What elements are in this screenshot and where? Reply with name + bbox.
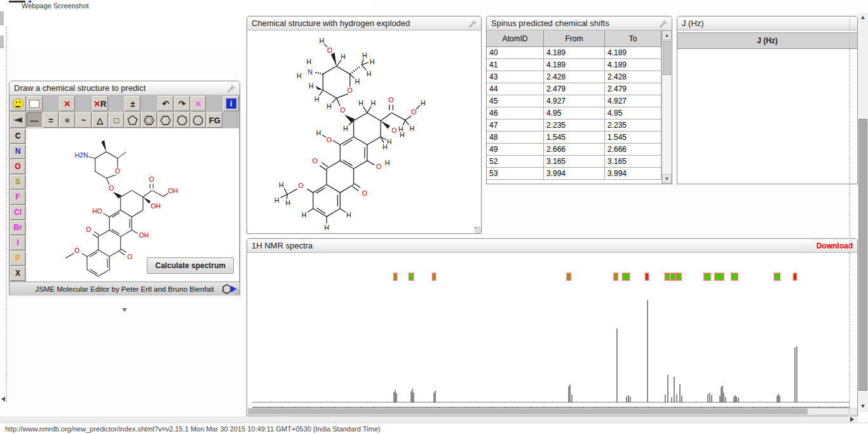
table-cell: 4.189 [605, 59, 661, 71]
collapse-left-icon[interactable] [1, 397, 5, 402]
wedge-bond-button[interactable] [10, 112, 26, 128]
delete-group-button[interactable]: ✕R [92, 96, 108, 111]
table-row[interactable]: 442.4792.479 [487, 83, 661, 95]
element-button-i[interactable]: I [10, 236, 25, 250]
table-cell: 1.545 [544, 132, 605, 143]
column-header-to[interactable]: To [605, 31, 661, 46]
single-bond-button[interactable]: — [27, 112, 43, 128]
ring-8-button[interactable] [191, 112, 207, 128]
settings-wrench-icon[interactable] [468, 19, 477, 28]
right-splitter[interactable] [849, 16, 850, 419]
spinus-panel-header: Spinus predicted chemical shifts [487, 17, 672, 31]
exploded-panel-header: Chemical structure with hydrogen explode… [247, 17, 481, 31]
info-icon: i [226, 98, 236, 109]
smiley-button[interactable] [10, 96, 26, 111]
clipped-link-sliver [29, 1, 31, 3]
left-splitter[interactable] [6, 27, 7, 402]
page-vertical-scrollbar[interactable]: ▲ ▼ [858, 13, 868, 412]
spectrum-hscrollbar[interactable] [248, 408, 857, 415]
calculate-spectrum-button[interactable]: Calculate spectrum [147, 257, 234, 274]
svg-text:H: H [355, 78, 360, 85]
element-button-c[interactable]: C [10, 129, 25, 144]
delete-button[interactable]: ✕ [59, 96, 75, 111]
charge-button[interactable]: ± [125, 96, 140, 111]
ring-7-icon [176, 114, 188, 126]
svg-text:O: O [298, 182, 303, 189]
table-row[interactable]: 464.954.95 [487, 107, 661, 119]
shifts-table-scrollbar[interactable]: ▲ ▼ [661, 31, 672, 184]
element-button-x[interactable]: X [10, 266, 25, 281]
svg-text:O: O [127, 254, 132, 261]
scrollbar-fragment [0, 36, 4, 48]
svg-text:H: H [319, 37, 324, 44]
toolbar-spacer [207, 96, 222, 111]
shifts-table-header: AtomIDFromTo [487, 31, 661, 47]
settings-wrench-icon[interactable] [226, 84, 235, 93]
jsme-canvas[interactable]: OOH2NOOHOHHOOHOOO Calculate spectrum [26, 128, 239, 281]
column-header-atomid[interactable]: AtomID [487, 31, 544, 46]
ring-benzene-button[interactable] [141, 112, 157, 128]
ring-3-icon: △ [97, 116, 103, 125]
table-row[interactable]: 472.2352.235 [487, 119, 661, 132]
scrollbar-thumb[interactable] [663, 41, 671, 75]
scroll-up-icon[interactable]: ▲ [662, 31, 672, 40]
table-row[interactable]: 432.4282.428 [487, 71, 661, 83]
resize-grip[interactable] [233, 289, 240, 295]
delete-icon: ✕ [64, 99, 71, 109]
page-horizontal-scrollbar[interactable] [0, 416, 858, 423]
element-button-n[interactable]: N [10, 144, 25, 159]
resize-grip[interactable] [475, 227, 481, 233]
scroll-right-icon[interactable] [850, 417, 854, 422]
ring-8-icon [192, 114, 204, 126]
info-button[interactable]: i [223, 96, 239, 111]
element-button-o[interactable]: O [10, 159, 25, 174]
settings-wrench-icon[interactable] [658, 19, 667, 28]
clear-canvas-button[interactable] [27, 96, 43, 111]
table-row[interactable]: 533.9943.994 [487, 168, 661, 180]
toolbar-spacer [43, 96, 59, 111]
table-row[interactable]: 414.1894.189 [487, 59, 661, 71]
scrollbar-thumb[interactable] [858, 119, 867, 391]
ring-4-button[interactable]: □ [109, 112, 125, 128]
ring-7-button[interactable] [174, 112, 190, 128]
table-row[interactable]: 454.9274.927 [487, 95, 661, 107]
scrollbar-thumb[interactable] [248, 409, 808, 414]
delete-hydrogens-button[interactable]: ✕ [191, 96, 207, 111]
double-bond-button[interactable]: = [43, 112, 59, 128]
collapse-down-icon[interactable] [122, 308, 127, 312]
jsme-toolbar: ✕✕R±↶↷✕i —=≡~△□FG [10, 95, 240, 128]
ring-5-button[interactable] [125, 112, 140, 128]
nmr-spectrum-plot [247, 253, 856, 408]
table-cell: 4.189 [544, 47, 605, 58]
element-button-s[interactable]: S [10, 175, 25, 189]
element-button-p[interactable]: P [10, 251, 25, 266]
table-cell: 2.235 [605, 119, 661, 131]
scroll-down-icon[interactable]: ▼ [858, 402, 868, 412]
download-link[interactable]: Download [817, 241, 853, 250]
toolbar-spacer [76, 96, 92, 111]
table-row[interactable]: 523.1653.165 [487, 156, 661, 168]
chain-button[interactable]: ~ [76, 112, 92, 128]
element-button-f[interactable]: F [10, 190, 25, 205]
column-header-from[interactable]: From [544, 31, 605, 46]
element-button-cl[interactable]: Cl [10, 205, 25, 220]
table-cell: 46 [487, 107, 544, 119]
table-row[interactable]: 404.1894.189 [487, 47, 661, 59]
table-row[interactable]: 492.6662.666 [487, 144, 661, 156]
scroll-down-icon[interactable]: ▼ [662, 174, 672, 184]
functional-groups-button[interactable]: FG [207, 112, 222, 128]
ring-6-button[interactable] [158, 112, 173, 128]
table-row[interactable]: 481.5451.545 [487, 132, 661, 144]
scroll-up-icon[interactable]: ▲ [858, 13, 868, 23]
redo-button[interactable]: ↷ [174, 96, 190, 111]
table-cell: 41 [487, 59, 544, 71]
element-button-br[interactable]: Br [10, 220, 25, 235]
triple-bond-button[interactable]: ≡ [59, 112, 75, 128]
ring-3-button[interactable]: △ [92, 112, 108, 128]
undo-button[interactable]: ↶ [158, 96, 173, 111]
svg-text:H2N: H2N [75, 152, 88, 159]
ring-6-icon [159, 114, 172, 126]
jsme-editor-body: ✕✕R±↶↷✕i —=≡~△□FG CNOSFClBrIPX OOH2NOOHO… [10, 95, 240, 295]
spinus-panel-title: Spinus predicted chemical shifts [491, 18, 658, 28]
nmr-spectrum-view[interactable] [247, 253, 857, 416]
